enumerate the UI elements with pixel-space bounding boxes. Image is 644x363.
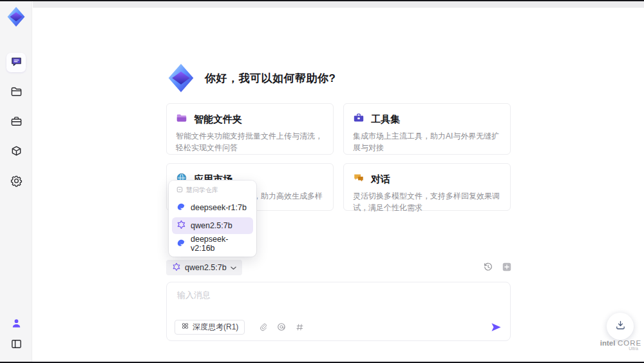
repository-label: 慧问学仓库 bbox=[186, 186, 218, 195]
intel-brand-text: intel bbox=[600, 339, 616, 347]
sidebar-item-profile[interactable] bbox=[6, 315, 26, 334]
history-icon[interactable] bbox=[483, 262, 493, 272]
user-icon bbox=[10, 317, 23, 332]
repository-icon bbox=[176, 186, 183, 194]
qwen-icon bbox=[176, 220, 186, 231]
chat-icon bbox=[10, 55, 23, 70]
card-title: 工具集 bbox=[371, 113, 400, 126]
atom-icon bbox=[181, 322, 189, 332]
card-title: 对话 bbox=[371, 173, 390, 186]
send-icon[interactable] bbox=[491, 322, 502, 333]
model-selector-button[interactable]: qwen2.5:7b bbox=[166, 260, 242, 275]
blue-briefcase-icon bbox=[353, 112, 365, 126]
deepseek-icon bbox=[176, 238, 186, 250]
main-area: 你好，我可以如何帮助你? 智能文件夹 智能文件夹功能支持批量文件上传与清洗，轻松… bbox=[33, 1, 644, 362]
model-option-qwen[interactable]: qwen2.5:7b bbox=[172, 217, 253, 234]
card-desc: 集成市场上主流工具，助力AI与外界无缝扩展与对接 bbox=[353, 130, 501, 153]
top-edge bbox=[0, 0, 644, 1]
card-title: 智能文件夹 bbox=[194, 113, 242, 126]
deep-think-label: 深度思考(R1) bbox=[193, 322, 238, 333]
sidebar-item-settings[interactable] bbox=[6, 172, 26, 191]
card-desc: 灵活切换多模型文件，支持多样回复效果调试，满足个性化需求 bbox=[353, 190, 501, 213]
sidebar bbox=[0, 1, 32, 362]
panel-icon bbox=[10, 338, 23, 353]
new-chat-icon[interactable] bbox=[502, 262, 512, 272]
chevron-down-icon bbox=[231, 263, 236, 272]
model-option-deepseek-r1[interactable]: deepseek-r1:7b bbox=[172, 199, 253, 216]
model-dropdown: 慧问学仓库 deepseek-r1:7b qwen2.5:7b bbox=[169, 181, 256, 257]
app-window: 你好，我可以如何帮助你? 智能文件夹 智能文件夹功能支持批量文件上传与清洗，轻松… bbox=[0, 0, 644, 363]
sidebar-item-toolset[interactable] bbox=[6, 113, 26, 132]
deep-think-button[interactable]: 深度思考(R1) bbox=[175, 320, 245, 335]
folder-icon bbox=[10, 86, 23, 101]
composer-toolbar bbox=[483, 262, 512, 272]
greeting: 你好，我可以如何帮助你? bbox=[166, 63, 336, 93]
model-option-label: qwen2.5:7b bbox=[191, 221, 232, 230]
sidebar-item-collapse[interactable] bbox=[6, 335, 26, 355]
qwen-icon bbox=[172, 262, 181, 273]
hash-icon[interactable] bbox=[296, 323, 304, 331]
download-button[interactable] bbox=[607, 313, 634, 340]
message-composer[interactable]: 输入消息 深度思考(R1) bbox=[166, 282, 511, 341]
model-option-label: deepseek-r1:7b bbox=[191, 203, 247, 212]
app-logo-large bbox=[166, 63, 196, 93]
at-icon[interactable] bbox=[277, 322, 286, 331]
paperclip-icon[interactable] bbox=[259, 323, 267, 331]
card-desc: 智能文件夹功能支持批量文件上传与清洗，轻松实现文件问答 bbox=[176, 130, 324, 153]
model-option-deepseek-v2[interactable]: deepseek-v2:16b bbox=[172, 235, 253, 252]
card-smart-folder[interactable]: 智能文件夹 智能文件夹功能支持批量文件上传与清洗，轻松实现文件问答 bbox=[166, 103, 334, 155]
model-dropdown-header: 慧问学仓库 bbox=[172, 184, 253, 198]
sidebar-item-folders[interactable] bbox=[6, 83, 26, 103]
yellow-chat-icon bbox=[353, 172, 365, 186]
window-top-strip bbox=[33, 1, 644, 8]
cube-icon bbox=[10, 145, 23, 160]
briefcase-icon bbox=[10, 115, 23, 130]
intel-core-badge: intel core Ultra bbox=[598, 339, 643, 351]
intel-sub-text: Ultra bbox=[598, 346, 643, 351]
composer-placeholder: 输入消息 bbox=[177, 289, 211, 301]
deepseek-icon bbox=[176, 202, 186, 213]
card-toolset[interactable]: 工具集 集成市场上主流工具，助力AI与外界无缝扩展与对接 bbox=[343, 103, 511, 155]
selected-model-label: qwen2.5:7b bbox=[185, 263, 227, 272]
sidebar-item-chat[interactable] bbox=[6, 53, 26, 72]
purple-folder-icon bbox=[176, 112, 187, 126]
download-icon bbox=[615, 320, 626, 333]
gear-icon bbox=[10, 175, 23, 190]
greeting-text: 你好，我可以如何帮助你? bbox=[205, 71, 336, 86]
model-option-label: deepseek-v2:16b bbox=[191, 235, 249, 253]
sidebar-item-models[interactable] bbox=[6, 142, 26, 162]
app-logo bbox=[6, 6, 26, 27]
card-dialogue[interactable]: 对话 灵活切换多模型文件，支持多样回复效果调试，满足个性化需求 bbox=[343, 163, 511, 211]
